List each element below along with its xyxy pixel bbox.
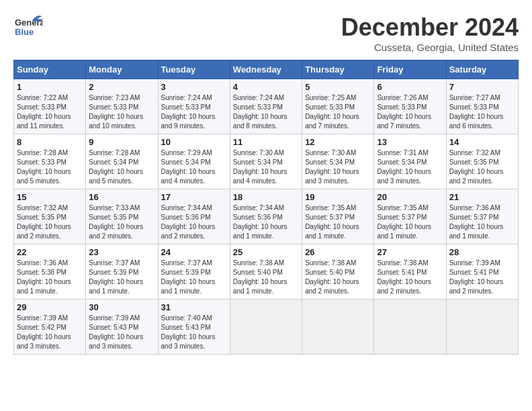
table-cell: 17Sunrise: 7:34 AM Sunset: 5:36 PM Dayli…: [158, 189, 230, 244]
table-cell: 24Sunrise: 7:37 AM Sunset: 5:39 PM Dayli…: [158, 244, 230, 300]
day-info: Sunrise: 7:28 AM Sunset: 5:33 PM Dayligh…: [17, 148, 83, 186]
day-info: Sunrise: 7:38 AM Sunset: 5:40 PM Dayligh…: [305, 259, 371, 296]
table-cell: [302, 300, 374, 355]
day-info: Sunrise: 7:35 AM Sunset: 5:37 PM Dayligh…: [377, 203, 443, 241]
day-number: 7: [449, 82, 515, 92]
day-info: Sunrise: 7:37 AM Sunset: 5:39 PM Dayligh…: [161, 259, 227, 296]
day-number: 16: [89, 192, 154, 202]
table-cell: 10Sunrise: 7:29 AM Sunset: 5:34 PM Dayli…: [158, 134, 230, 189]
day-info: Sunrise: 7:38 AM Sunset: 5:40 PM Dayligh…: [233, 259, 299, 296]
col-wednesday: Wednesday: [230, 60, 302, 79]
day-number: 29: [17, 302, 83, 312]
day-number: 21: [449, 192, 515, 202]
table-cell: 2Sunrise: 7:23 AM Sunset: 5:33 PM Daylig…: [86, 79, 158, 134]
day-info: Sunrise: 7:37 AM Sunset: 5:39 PM Dayligh…: [89, 259, 154, 296]
day-number: 1: [17, 82, 83, 92]
day-number: 20: [377, 192, 443, 202]
table-cell: 13Sunrise: 7:31 AM Sunset: 5:34 PM Dayli…: [374, 134, 446, 189]
table-cell: 25Sunrise: 7:38 AM Sunset: 5:40 PM Dayli…: [230, 244, 302, 300]
table-cell: 12Sunrise: 7:30 AM Sunset: 5:34 PM Dayli…: [302, 134, 374, 189]
day-number: 3: [161, 82, 227, 92]
table-cell: 20Sunrise: 7:35 AM Sunset: 5:37 PM Dayli…: [374, 189, 446, 244]
col-saturday: Saturday: [446, 60, 518, 79]
col-thursday: Thursday: [302, 60, 374, 79]
week-row-5: 29Sunrise: 7:39 AM Sunset: 5:42 PM Dayli…: [14, 300, 519, 355]
day-info: Sunrise: 7:30 AM Sunset: 5:34 PM Dayligh…: [233, 148, 299, 186]
title-block: December 2024 Cusseta, Georgia, United S…: [341, 13, 519, 53]
col-sunday: Sunday: [14, 60, 86, 79]
day-info: Sunrise: 7:25 AM Sunset: 5:33 PM Dayligh…: [305, 93, 371, 131]
day-info: Sunrise: 7:36 AM Sunset: 5:38 PM Dayligh…: [17, 259, 83, 296]
day-number: 10: [161, 137, 227, 147]
table-cell: 22Sunrise: 7:36 AM Sunset: 5:38 PM Dayli…: [14, 244, 86, 300]
day-number: 11: [233, 137, 299, 147]
day-number: 26: [305, 247, 371, 257]
day-info: Sunrise: 7:24 AM Sunset: 5:33 PM Dayligh…: [233, 93, 299, 131]
day-number: 17: [161, 192, 227, 202]
table-cell: 9Sunrise: 7:28 AM Sunset: 5:34 PM Daylig…: [86, 134, 158, 189]
svg-text:Blue: Blue: [15, 27, 34, 37]
day-info: Sunrise: 7:33 AM Sunset: 5:35 PM Dayligh…: [89, 203, 154, 241]
table-cell: 30Sunrise: 7:39 AM Sunset: 5:43 PM Dayli…: [86, 300, 158, 355]
day-number: 13: [377, 137, 443, 147]
table-cell: 16Sunrise: 7:33 AM Sunset: 5:35 PM Dayli…: [86, 189, 158, 244]
day-info: Sunrise: 7:28 AM Sunset: 5:34 PM Dayligh…: [89, 148, 154, 186]
week-row-2: 8Sunrise: 7:28 AM Sunset: 5:33 PM Daylig…: [14, 134, 519, 189]
day-number: 4: [233, 82, 299, 92]
day-number: 2: [89, 82, 154, 92]
day-info: Sunrise: 7:34 AM Sunset: 5:36 PM Dayligh…: [233, 203, 299, 241]
table-cell: 5Sunrise: 7:25 AM Sunset: 5:33 PM Daylig…: [302, 79, 374, 134]
col-friday: Friday: [374, 60, 446, 79]
day-number: 25: [233, 247, 299, 257]
week-row-3: 15Sunrise: 7:32 AM Sunset: 5:35 PM Dayli…: [14, 189, 519, 244]
table-cell: 29Sunrise: 7:39 AM Sunset: 5:42 PM Dayli…: [14, 300, 86, 355]
day-info: Sunrise: 7:39 AM Sunset: 5:41 PM Dayligh…: [449, 259, 515, 296]
day-info: Sunrise: 7:38 AM Sunset: 5:41 PM Dayligh…: [377, 259, 443, 296]
table-cell: 6Sunrise: 7:26 AM Sunset: 5:33 PM Daylig…: [374, 79, 446, 134]
table-cell: [446, 300, 518, 355]
day-info: Sunrise: 7:40 AM Sunset: 5:43 PM Dayligh…: [161, 314, 227, 351]
table-cell: 8Sunrise: 7:28 AM Sunset: 5:33 PM Daylig…: [14, 134, 86, 189]
day-info: Sunrise: 7:26 AM Sunset: 5:33 PM Dayligh…: [377, 93, 443, 131]
day-number: 12: [305, 137, 371, 147]
day-info: Sunrise: 7:29 AM Sunset: 5:34 PM Dayligh…: [161, 148, 227, 186]
day-number: 22: [17, 247, 83, 257]
table-cell: 28Sunrise: 7:39 AM Sunset: 5:41 PM Dayli…: [446, 244, 518, 300]
table-cell: [230, 300, 302, 355]
day-info: Sunrise: 7:39 AM Sunset: 5:42 PM Dayligh…: [17, 314, 83, 351]
table-cell: 26Sunrise: 7:38 AM Sunset: 5:40 PM Dayli…: [302, 244, 374, 300]
day-number: 31: [161, 302, 227, 312]
day-number: 23: [89, 247, 154, 257]
day-number: 8: [17, 137, 83, 147]
calendar-table: Sunday Monday Tuesday Wednesday Thursday…: [13, 60, 519, 355]
day-number: 27: [377, 247, 443, 257]
day-info: Sunrise: 7:39 AM Sunset: 5:43 PM Dayligh…: [89, 314, 154, 351]
week-row-1: 1Sunrise: 7:22 AM Sunset: 5:33 PM Daylig…: [14, 79, 519, 134]
day-info: Sunrise: 7:32 AM Sunset: 5:35 PM Dayligh…: [449, 148, 515, 186]
day-info: Sunrise: 7:31 AM Sunset: 5:34 PM Dayligh…: [377, 148, 443, 186]
main-title: December 2024: [341, 13, 519, 42]
table-cell: 27Sunrise: 7:38 AM Sunset: 5:41 PM Dayli…: [374, 244, 446, 300]
logo: General Blue: [13, 13, 43, 40]
table-cell: 4Sunrise: 7:24 AM Sunset: 5:33 PM Daylig…: [230, 79, 302, 134]
day-number: 19: [305, 192, 371, 202]
table-cell: 15Sunrise: 7:32 AM Sunset: 5:35 PM Dayli…: [14, 189, 86, 244]
subtitle: Cusseta, Georgia, United States: [341, 42, 519, 53]
day-number: 14: [449, 137, 515, 147]
day-number: 5: [305, 82, 371, 92]
day-number: 15: [17, 192, 83, 202]
day-number: 6: [377, 82, 443, 92]
table-cell: 14Sunrise: 7:32 AM Sunset: 5:35 PM Dayli…: [446, 134, 518, 189]
table-cell: 3Sunrise: 7:24 AM Sunset: 5:33 PM Daylig…: [158, 79, 230, 134]
day-info: Sunrise: 7:22 AM Sunset: 5:33 PM Dayligh…: [17, 93, 83, 131]
table-cell: 7Sunrise: 7:27 AM Sunset: 5:33 PM Daylig…: [446, 79, 518, 134]
day-info: Sunrise: 7:34 AM Sunset: 5:36 PM Dayligh…: [161, 203, 227, 241]
logo-icon: General Blue: [13, 13, 43, 40]
day-number: 18: [233, 192, 299, 202]
day-number: 9: [89, 137, 154, 147]
table-cell: 11Sunrise: 7:30 AM Sunset: 5:34 PM Dayli…: [230, 134, 302, 189]
table-cell: 18Sunrise: 7:34 AM Sunset: 5:36 PM Dayli…: [230, 189, 302, 244]
day-info: Sunrise: 7:27 AM Sunset: 5:33 PM Dayligh…: [449, 93, 515, 131]
table-cell: 1Sunrise: 7:22 AM Sunset: 5:33 PM Daylig…: [14, 79, 86, 134]
table-cell: 21Sunrise: 7:36 AM Sunset: 5:37 PM Dayli…: [446, 189, 518, 244]
